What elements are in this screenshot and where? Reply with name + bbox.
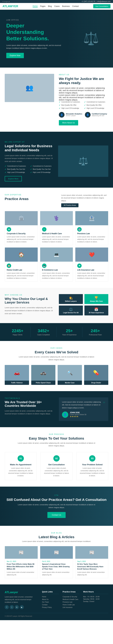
blog-title: Latest Blog & Articles xyxy=(5,535,108,539)
stat-num-4: 245+ xyxy=(84,328,107,333)
person-avatar-1: 👤 xyxy=(59,112,64,118)
hero-description: Lorem ipsum dolor sit amet, consectetur … xyxy=(6,44,63,50)
blog-date-1: Nov 12, 2023 xyxy=(7,560,36,562)
practice-card-6: ❤️ ❤ Life Insurance Law Lorem ipsum dolo… xyxy=(75,248,108,282)
blog-excerpt-1: Lorem ipsum dolor sit amet consectetur a… xyxy=(7,571,36,576)
why-box-label-2: Always Win Case xyxy=(86,300,106,302)
practice-card-img-6: ❤️ xyxy=(75,248,108,262)
hero-cta-button[interactable]: Explore Now xyxy=(6,53,24,58)
feature-3: ✓Best Quality We Offer xyxy=(59,104,83,106)
why-label: WHY CHOOSE US xyxy=(5,294,54,296)
person-card-1: 👤 Alexander Analytics Senior Lawyer xyxy=(59,112,82,118)
footer-practice-link-5[interactable]: Life Insurance xyxy=(63,606,79,608)
footer-social-in[interactable]: in xyxy=(15,605,19,609)
consultation-button[interactable]: Get Consultation xyxy=(93,4,110,8)
practice-card-img-5: 💻 xyxy=(40,248,73,262)
all-areas-button[interactable]: All Practice Areas xyxy=(61,203,78,207)
why-box-4: 📅 30 Years Experience xyxy=(84,306,108,316)
footer: ATLawyer Lorem ipsum dolor sit amet, con… xyxy=(0,584,113,620)
case-card-3[interactable]: 🔍 Murder Case xyxy=(58,365,82,385)
nav-links: Home Pages Blog Cases Business Contact xyxy=(33,5,79,8)
blog-img-3: 📰 xyxy=(75,546,108,559)
about-label: ABOUT US xyxy=(59,74,108,76)
footer-link-about[interactable]: About Us xyxy=(42,598,59,600)
nav-contact[interactable]: Contact xyxy=(72,5,79,7)
step-number-2: 02 xyxy=(53,455,60,462)
blog-label: OUR BLOG xyxy=(5,532,108,534)
quote-icon: " xyxy=(103,400,105,408)
skilled-lawyers-icon: 👨‍⚖️ xyxy=(61,296,81,300)
social-icon-gp[interactable]: g+ xyxy=(6,1,8,2)
case-img-1: 🚗 xyxy=(5,365,29,381)
footer-practice-link-3[interactable]: Pensions Law xyxy=(63,601,79,603)
nav-blog[interactable]: Blog xyxy=(48,5,52,7)
footer-link-contact[interactable]: Contact xyxy=(42,604,59,606)
legal-service-icon: ⚖️ xyxy=(61,308,81,311)
footer-practice-link-2[interactable]: Medical & Health Care xyxy=(63,598,79,600)
practice-header: OUR EXPERTISE Practice Areas Lorem ipsum… xyxy=(5,194,108,208)
hero-content: LAW OFFICE Deeper Understanding Better S… xyxy=(6,19,63,58)
process-section: OUR PROCESS Easy Steps To Get Your Solut… xyxy=(0,427,113,486)
why-box-1: 👨‍⚖️ Skilled Lawyers xyxy=(59,294,83,304)
testimonials-description: Lorem ipsum dolor sit amet, consectetur … xyxy=(5,410,54,415)
cta-contact-button[interactable]: Contact Us xyxy=(47,512,65,518)
card-title-1: Corporate & Security xyxy=(7,232,36,235)
process-title: Easy Steps To Get Your Solutions xyxy=(5,436,108,440)
card-icon-6: ❤ xyxy=(77,264,82,268)
social-links[interactable]: f t in g+ yt xyxy=(3,1,10,2)
practice-card-3: 🏦 🏦 Pensions Law Lorem ipsum dolor sit a… xyxy=(75,211,108,245)
footer-bottom: © 2024 AT Lawyer. All Rights Reserved. xyxy=(5,613,108,617)
social-icon-in[interactable]: in xyxy=(5,1,6,2)
about-more-button[interactable]: More About Us xyxy=(59,120,78,126)
why-grid: WHY CHOOSE US Why You Choice Our Legal &… xyxy=(5,294,108,317)
nav-pages[interactable]: Pages xyxy=(40,5,46,7)
testimonial-name: JOHN DOE xyxy=(70,412,86,414)
person-role-2: adipiscing elit sed xyxy=(92,115,107,116)
footer-social-yt[interactable]: ▶ xyxy=(20,605,24,609)
feature-5: ✓High Level Of Knowledge xyxy=(59,107,83,110)
about-image-col: 👥 xyxy=(5,74,54,102)
about-features: ✓Commitment to Customers ✓Commitment to … xyxy=(59,101,108,110)
step-number-1: 01 xyxy=(18,455,24,462)
case-card-2[interactable]: 🚓 Police Speed Chase xyxy=(31,365,56,385)
commitment-explore-button[interactable]: Explore More xyxy=(5,176,22,182)
footer-social-fb[interactable]: f xyxy=(5,605,9,609)
blog-card-3[interactable]: 📰 Sep 5, 2023 Dr Eric Taylor Says More A… xyxy=(75,546,108,578)
nav-business[interactable]: Business xyxy=(62,5,70,7)
card-text-5: Lorem ipsum dolor sit amet, consectetur … xyxy=(42,272,71,280)
footer-link-home[interactable]: Home xyxy=(42,596,59,598)
why-box-label-1: Skilled Lawyers xyxy=(61,300,81,302)
social-icon-yt[interactable]: yt xyxy=(9,1,10,2)
card-title-6: Life Insurance Law xyxy=(77,269,106,271)
why-title: Why You Choice Our Legal & Lawyer Servic… xyxy=(5,297,54,304)
case-card-4[interactable]: 💊 Drugs Dealer xyxy=(84,365,108,385)
footer-practice-link-4[interactable]: Home Credit Law xyxy=(63,604,79,606)
footer-practice-link-1[interactable]: Corporate & Security xyxy=(63,596,79,598)
footer-hours-3: Sunday: Closed xyxy=(83,600,108,602)
footer-logo: ATLawyer xyxy=(5,591,38,594)
blog-card-1[interactable]: 📰 Nov 12, 2023 From Their Efforts Likely… xyxy=(5,546,38,578)
why-box-3: ⚖️ Legal Service For All xyxy=(59,306,83,316)
statue-icon: ⚖️ xyxy=(83,31,99,46)
cta-description: Lorem ipsum dolor sit amet, consectetur … xyxy=(17,504,96,509)
about-text-col: ABOUT US We Fight for Justice We are alw… xyxy=(59,74,108,126)
case-img-3: 🔍 xyxy=(58,365,82,381)
blog-excerpt-3: Lorem ipsum dolor sit amet consectetur a… xyxy=(77,571,106,576)
footer-social-tw[interactable]: t xyxy=(10,605,14,609)
process-step-3: 03 Your Problem Solved Lorem ipsum dolor… xyxy=(76,452,108,480)
footer-link-privacy[interactable]: Privacy Policy xyxy=(42,606,59,608)
blog-card-2[interactable]: 📰 Oct 8, 2023 Spouse's Inspirational Clo… xyxy=(40,546,73,578)
stat-cases-completed: 3452+ Cases Completed xyxy=(31,327,57,337)
commitment-right: ⚖️ xyxy=(58,141,108,182)
social-icon-tw[interactable]: t xyxy=(4,1,4,2)
step-text-3: Lorem ipsum dolor sit amet, consectetur … xyxy=(80,467,105,477)
footer-link-team[interactable]: Our Team xyxy=(42,601,59,603)
commitment-title: Legal Solutions for Business and Individ… xyxy=(5,144,55,152)
stat-num-3: 25+ xyxy=(58,328,81,333)
nav-cases[interactable]: Cases xyxy=(54,5,60,7)
social-icon-fb[interactable]: f xyxy=(3,1,3,2)
blog-section: OUR BLOG Latest Blog & Articles Lorem ip… xyxy=(0,526,113,584)
case-card-1[interactable]: 🚗 Traffic Violence xyxy=(5,365,29,385)
nav-home[interactable]: Home xyxy=(33,5,38,8)
site-logo[interactable]: ATLAWYER xyxy=(3,5,18,8)
